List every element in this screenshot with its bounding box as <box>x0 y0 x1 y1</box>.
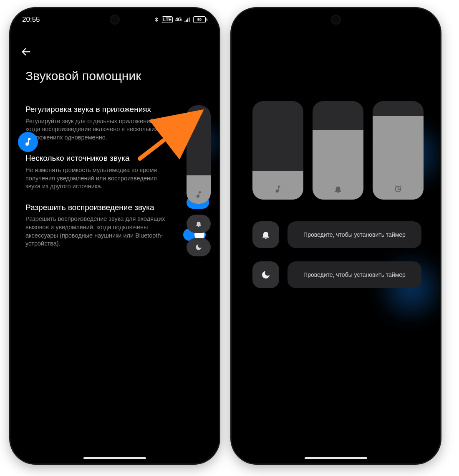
camera-punch-hole <box>332 16 340 23</box>
moon-icon <box>195 243 202 251</box>
swipe-text: Проведите, чтобы установить таймер <box>303 231 406 238</box>
setting-desc: Не изменять громкость мультимедиа во вре… <box>25 166 167 191</box>
home-indicator[interactable] <box>83 457 146 459</box>
bluetooth-icon <box>154 17 159 23</box>
slider-fill[interactable] <box>373 116 424 200</box>
swipe-timer-pill[interactable]: Проведите, чтобы установить таймер <box>288 261 421 288</box>
slider-fill[interactable] <box>313 130 363 200</box>
notification-volume-button[interactable] <box>187 215 211 233</box>
setting-desc: Регулируйте звук для отдельных приложени… <box>25 117 167 142</box>
status-icons-group: LTE 4G 59 <box>154 16 207 23</box>
volume-overlay-panel[interactable]: ••• <box>187 105 211 204</box>
battery-pct: 59 <box>197 18 202 22</box>
back-button[interactable] <box>20 46 32 59</box>
status-time: 20:55 <box>22 15 40 24</box>
battery-indicator: 59 <box>193 16 207 23</box>
settings-list: Регулировка звука в приложениях Регулиру… <box>25 104 204 248</box>
phone-left: 20:55 LTE 4G 59 Звуковой помощник Регули… <box>10 8 219 463</box>
music-note-icon <box>23 137 33 147</box>
setting-app-volume[interactable]: Регулировка звука в приложениях Регулиру… <box>25 104 204 142</box>
volume-sliders-row <box>252 101 424 200</box>
swipe-text: Проведите, чтобы установить таймер <box>303 271 406 278</box>
bell-timer-row: Проведите, чтобы установить таймер <box>252 221 421 248</box>
slider-fill[interactable] <box>252 171 303 200</box>
page-title: Звуковой помощник <box>25 69 141 83</box>
signal-icon <box>184 16 191 23</box>
music-note-icon <box>194 190 203 199</box>
dnd-button[interactable] <box>187 238 211 256</box>
media-volume-slider[interactable] <box>252 101 303 200</box>
volume-slider-fill[interactable] <box>187 175 211 204</box>
more-icon[interactable]: ••• <box>193 109 204 117</box>
bell-icon <box>333 185 343 194</box>
alarm-clock-icon <box>393 185 403 194</box>
moon-icon <box>261 270 271 280</box>
bell-icon <box>195 220 202 228</box>
bell-icon <box>261 230 271 240</box>
slider-track[interactable] <box>252 101 303 171</box>
setting-multi-source[interactable]: Несколько источников звука Не изменять г… <box>25 153 204 190</box>
music-note-icon <box>273 185 282 194</box>
camera-punch-hole <box>111 16 119 23</box>
home-indicator[interactable] <box>305 457 367 459</box>
setting-title: Разрешить воспроизведение звука <box>25 203 204 213</box>
ring-volume-slider[interactable] <box>313 101 363 200</box>
moon-icon-button[interactable] <box>252 261 279 288</box>
volte-badge: LTE <box>162 16 173 23</box>
dnd-timer-row: Проведите, чтобы установить таймер <box>252 261 421 288</box>
setting-title: Регулировка звука в приложениях <box>25 104 204 115</box>
setting-allow-playback[interactable]: Разрешить воспроизведение звука Разрешит… <box>25 203 204 248</box>
slider-track[interactable] <box>373 101 424 116</box>
setting-title: Несколько источников звука <box>25 153 204 164</box>
bell-icon-button[interactable] <box>252 221 279 248</box>
phone-right: Проведите, чтобы установить таймер Прове… <box>232 8 440 463</box>
setting-desc: Разрешить воспроизведение звука для вход… <box>25 215 167 248</box>
music-shortcut-button[interactable] <box>18 132 38 152</box>
network-4g: 4G <box>175 17 182 23</box>
alarm-volume-slider[interactable] <box>373 101 424 200</box>
slider-track[interactable] <box>313 101 363 130</box>
swipe-timer-pill[interactable]: Проведите, чтобы установить таймер <box>288 221 421 248</box>
